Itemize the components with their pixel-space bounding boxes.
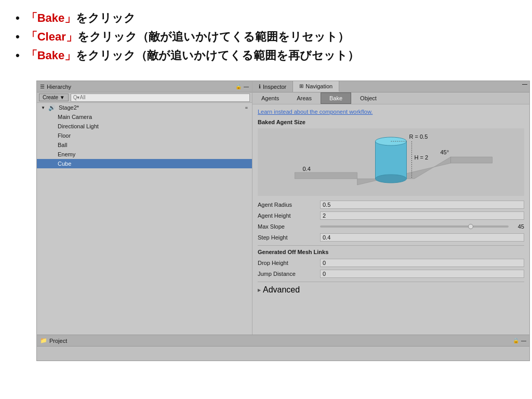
agent-height-label: Agent Height <box>258 212 320 219</box>
learn-link[interactable]: Learn instead about the component workfl… <box>258 109 524 115</box>
max-slope-row: Max Slope 45 <box>258 222 524 231</box>
jump-distance-input[interactable] <box>320 270 524 278</box>
nav-tabs-row: Agents Areas Bake Object <box>252 92 529 104</box>
stage2-icon: 🔊 <box>48 104 56 111</box>
create-label: Create ▼ <box>43 95 65 100</box>
step-height-row: Step Height <box>258 233 524 242</box>
nav-tab-object[interactable]: Object <box>351 92 385 104</box>
svg-rect-2 <box>451 157 493 163</box>
inspector-panel: ℹ Inspector ⊞ Navigation — Agents Areas … <box>252 81 529 361</box>
tab-navigation[interactable]: ⊞ Navigation <box>293 81 339 92</box>
drop-height-label: Drop Height <box>258 260 320 266</box>
create-button[interactable]: Create ▼ <box>39 94 69 101</box>
ball-label: Ball <box>58 142 67 148</box>
section-divider-2 <box>258 282 524 282</box>
cube-label: Cube <box>58 161 71 167</box>
search-input[interactable] <box>71 94 250 102</box>
svg-rect-0 <box>295 172 357 179</box>
bullet-item-1: 「Bake」 をクリック <box>16 10 516 26</box>
step-height-input[interactable] <box>320 233 524 242</box>
hierarchy-list: ▼ 🔊 Stage2* = Main Camera Directional Li… <box>37 103 252 361</box>
project-panel: 📁 Project 🔒 — <box>37 335 529 361</box>
nav-tab-agents[interactable]: Agents <box>252 92 288 104</box>
hierarchy-header: ☰ Hierarchy 🔒 — <box>37 81 252 92</box>
bullet-item-2: 「Clear」 をクリック（敵が追いかけてくる範囲をリセット） <box>16 29 516 45</box>
enemy-label: Enemy <box>58 151 75 157</box>
max-slope-slider-container: 45 <box>320 223 524 230</box>
project-title: Project <box>49 338 67 344</box>
bullet-item-3: 「Bake」 をクリック（敵が追いかけてくる範囲を再びセット） <box>16 48 516 63</box>
agent-radius-input[interactable] <box>320 201 524 209</box>
agent-radius-label: Agent Radius <box>258 202 320 208</box>
inspector-tabs: ℹ Inspector ⊞ Navigation — <box>252 81 529 92</box>
nav-tab-areas-label: Areas <box>297 95 312 101</box>
hierarchy-item-main-camera[interactable]: Main Camera <box>37 112 252 122</box>
step-height-label: Step Height <box>258 234 320 241</box>
svg-text:0.4: 0.4 <box>303 166 311 172</box>
bullet-2-text: をクリック（敵が追いかけてくる範囲をリセット） <box>77 29 349 45</box>
jump-distance-label: Jump Distance <box>258 271 320 277</box>
baked-agent-viz: R = 0.5 H = 2 0.4 45° <box>258 128 524 196</box>
stage2-label: Stage2* <box>59 104 79 111</box>
agent-height-input[interactable] <box>320 211 524 220</box>
project-lock-icon: 🔒 <box>513 338 519 343</box>
section-divider-1 <box>258 245 524 246</box>
project-folder-icon: 📁 <box>40 337 47 344</box>
nav-tab-bake-label: Bake <box>329 95 342 101</box>
hierarchy-item-floor[interactable]: Floor <box>37 131 252 140</box>
triangle-icon: ▼ <box>41 105 45 110</box>
max-slope-value: 45 <box>512 223 524 230</box>
inspector-icon: ℹ <box>259 84 261 89</box>
svg-point-5 <box>376 175 407 183</box>
main-camera-label: Main Camera <box>58 114 92 120</box>
project-menu-icon: — <box>521 338 526 343</box>
hierarchy-toolbar: Create ▼ <box>37 92 252 103</box>
hierarchy-item-stage2[interactable]: ▼ 🔊 Stage2* = <box>37 103 252 112</box>
hierarchy-item-ball[interactable]: Ball <box>37 140 252 150</box>
inspector-content: Learn instead about the component workfl… <box>252 104 529 340</box>
bullet-list: 「Bake」 をクリック 「Clear」 をクリック（敵が追いかけてくる範囲をリ… <box>16 10 516 63</box>
nav-tab-agents-label: Agents <box>261 95 279 101</box>
bullet-3-highlight: 「Bake」 <box>26 48 76 63</box>
hierarchy-panel: ☰ Hierarchy 🔒 — Create ▼ ▼ 🔊 Stage2* = M… <box>37 81 252 361</box>
svg-text:R = 0.5: R = 0.5 <box>409 134 428 140</box>
max-slope-label: Max Slope <box>258 223 320 230</box>
stage2-menu: = <box>245 105 248 110</box>
hierarchy-menu-icon: — <box>244 84 249 89</box>
bullet-3-text: をクリック（敵が追いかけてくる範囲を再びセット） <box>76 48 359 63</box>
svg-text:45°: 45° <box>441 149 449 155</box>
tab-navigation-label: Navigation <box>305 83 332 89</box>
unity-editor: ☰ Hierarchy 🔒 — Create ▼ ▼ 🔊 Stage2* = M… <box>36 81 530 361</box>
hierarchy-item-enemy[interactable]: Enemy <box>37 150 252 159</box>
hierarchy-title: Hierarchy <box>47 84 71 90</box>
hierarchy-list-icon: ☰ <box>40 84 45 89</box>
hierarchy-item-directional-light[interactable]: Directional Light <box>37 122 252 131</box>
bullet-1-text: をクリック <box>76 10 136 26</box>
project-header: 📁 Project 🔒 — <box>37 335 529 347</box>
max-slope-track <box>320 225 509 228</box>
hierarchy-lock-icon: 🔒 <box>235 84 242 89</box>
panel-close-icon: — <box>520 81 529 92</box>
jump-distance-row: Jump Distance <box>258 269 524 278</box>
floor-label: Floor <box>58 132 71 139</box>
svg-rect-3 <box>376 141 407 179</box>
tab-inspector[interactable]: ℹ Inspector <box>252 81 293 92</box>
bullet-section: 「Bake」 をクリック 「Clear」 をクリック（敵が追いかけてくる範囲をリ… <box>0 0 532 72</box>
nav-tab-areas[interactable]: Areas <box>288 92 321 104</box>
agent-radius-row: Agent Radius <box>258 200 524 209</box>
nav-tab-object-label: Object <box>360 95 377 101</box>
nav-tab-bake[interactable]: Bake <box>321 92 351 104</box>
max-slope-thumb[interactable] <box>468 224 473 229</box>
drop-height-input[interactable] <box>320 259 524 267</box>
advanced-triangle-icon: ▶ <box>258 288 261 292</box>
navigation-icon: ⊞ <box>299 83 303 89</box>
directional-light-label: Directional Light <box>58 123 99 129</box>
hierarchy-item-cube[interactable]: Cube <box>37 159 252 168</box>
generated-off-mesh-title: Generated Off Mesh Links <box>258 249 524 255</box>
svg-text:H = 2: H = 2 <box>415 154 429 161</box>
baked-agent-size-title: Baked Agent Size <box>258 119 524 125</box>
advanced-label: Advanced <box>263 285 300 295</box>
tab-inspector-label: Inspector <box>263 84 286 90</box>
agent-height-row: Agent Height <box>258 211 524 220</box>
bullet-1-highlight: 「Bake」 <box>26 10 76 26</box>
